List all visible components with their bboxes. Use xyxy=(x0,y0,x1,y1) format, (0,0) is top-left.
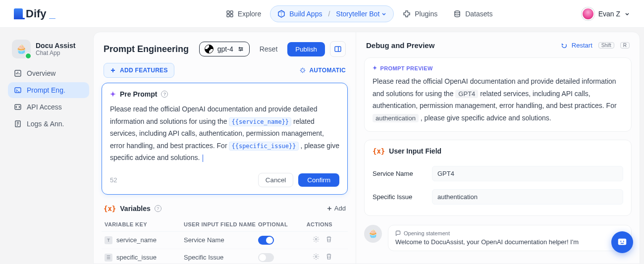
bot-avatar-icon: 🧁 xyxy=(364,225,382,243)
add-features-button[interactable]: ADD FEATURES xyxy=(104,63,174,78)
svg-rect-6 xyxy=(15,88,21,93)
page-header: Prompt Engineering gpt-4 Reset Publish xyxy=(94,32,356,63)
chevron-down-icon xyxy=(381,11,386,16)
preview-text: , please give specific advice and soluti… xyxy=(421,114,551,122)
features-row: ADD FEATURES AUTOMATIC xyxy=(94,63,356,83)
var-key: specific_issue xyxy=(116,254,157,261)
sidebar-item-api-access[interactable]: API Access xyxy=(8,99,89,115)
variables-icon: {x} xyxy=(104,205,116,212)
variable-token[interactable]: {{service_name}} xyxy=(229,117,291,126)
kbd-r: R xyxy=(620,42,630,49)
settings-icon[interactable] xyxy=(313,253,320,262)
publish-button[interactable]: Publish xyxy=(287,42,325,56)
automatic-label: AUTOMATIC xyxy=(309,67,346,74)
sidebar-nav: Overview Prompt Eng. API Access Logs & A… xyxy=(8,65,89,132)
optional-toggle[interactable] xyxy=(258,253,274,262)
user-name: Evan Z xyxy=(598,10,620,18)
add-variable-button[interactable]: Add xyxy=(326,205,346,212)
svg-rect-12 xyxy=(618,239,627,245)
model-selector[interactable]: gpt-4 xyxy=(199,42,250,56)
automatic-button[interactable]: AUTOMATIC xyxy=(299,67,346,74)
api-icon xyxy=(14,103,22,111)
opening-label-row: Opening statement xyxy=(395,230,624,236)
input-value[interactable]: GPT4 xyxy=(432,166,623,181)
nav-separator: / xyxy=(328,10,330,18)
preview-body: Please read the official OpenAI document… xyxy=(373,75,623,124)
app-header[interactable]: 🧁 Docu Assist Chat App xyxy=(8,37,89,65)
nav-plugins[interactable]: Plugins xyxy=(396,6,444,22)
delete-icon[interactable] xyxy=(325,236,332,244)
pre-prompt-card: ✦ Pre Prompt ? Please read the official … xyxy=(102,83,348,195)
pre-prompt-textarea[interactable]: Please read the official OpenAI document… xyxy=(110,103,339,164)
variables-section: {x} Variables ? Add VARIABLE KEY USER IN… xyxy=(102,202,348,264)
logo-underscore: _ xyxy=(50,7,55,20)
opening-label: Opening statement xyxy=(404,230,450,236)
cancel-button[interactable]: Cancel xyxy=(258,173,294,187)
optional-toggle[interactable] xyxy=(258,236,274,245)
variable-token[interactable]: {{specific_issue}} xyxy=(229,142,298,151)
nav-bot-dropdown[interactable]: Storyteller Bot xyxy=(336,10,386,18)
preview-label-text: PROMPT PREVIEW xyxy=(380,65,432,71)
svg-rect-0 xyxy=(227,11,229,13)
panel-icon xyxy=(334,45,342,53)
info-icon[interactable]: ? xyxy=(161,91,168,98)
input-row: Specific Issue authentication xyxy=(373,185,623,209)
debug-header: Debug and Preview Restart Shift R xyxy=(356,32,640,55)
input-label: Specific Issue xyxy=(373,193,432,201)
add-features-label: ADD FEATURES xyxy=(120,67,168,74)
text-type-icon: T xyxy=(105,236,112,244)
settings-icon[interactable] xyxy=(313,236,320,244)
main: Prompt Engineering gpt-4 Reset Publish xyxy=(93,32,640,264)
chat-opening: 🧁 Opening statement Welcome to DocuAssis… xyxy=(364,225,632,251)
app-name: Docu Assist xyxy=(36,42,75,50)
add-label: Add xyxy=(334,205,346,212)
delete-icon[interactable] xyxy=(325,253,332,262)
top-nav: Explore Build Apps / Storyteller Bot Plu… xyxy=(219,5,500,22)
logo-mark-icon xyxy=(14,8,23,19)
svg-point-11 xyxy=(315,256,317,258)
confirm-button[interactable]: Confirm xyxy=(298,173,339,187)
topbar: Dify_ Explore Build Apps / Storyteller B… xyxy=(0,0,644,28)
app-emoji: 🧁 xyxy=(16,44,27,54)
sidebar-item-prompt-eng[interactable]: Prompt Eng. xyxy=(8,82,89,98)
var-key: service_name xyxy=(116,236,157,244)
text-cursor xyxy=(203,155,203,162)
nav-datasets[interactable]: Datasets xyxy=(446,6,499,22)
nav-build-apps[interactable]: Build Apps / Storyteller Bot xyxy=(270,5,394,22)
variables-table: VARIABLE KEY USER INPUT FIELD NAME OPTIO… xyxy=(102,217,348,264)
help-fab[interactable] xyxy=(611,231,633,253)
nav-plugins-label: Plugins xyxy=(415,10,437,18)
reset-button[interactable]: Reset xyxy=(255,42,283,56)
value-chip: GPT4 xyxy=(455,90,478,98)
user-menu[interactable]: Evan Z xyxy=(582,7,630,20)
page-title: Prompt Engineering xyxy=(104,44,189,54)
user-input-card: {x} User Input Field Service Name GPT4 S… xyxy=(364,140,632,216)
model-name: gpt-4 xyxy=(217,45,233,53)
variables-title: Variables xyxy=(120,205,151,212)
sidebar: 🧁 Docu Assist Chat App Overview Prompt E… xyxy=(4,32,93,264)
nav-explore[interactable]: Explore xyxy=(219,6,268,22)
sidebar-item-label: Prompt Eng. xyxy=(27,86,65,94)
app-type: Chat App xyxy=(36,50,75,56)
nav-explore-label: Explore xyxy=(238,10,261,18)
sidebar-item-label: Logs & Ann. xyxy=(27,120,64,128)
svg-point-14 xyxy=(623,241,624,242)
logo[interactable]: Dify_ xyxy=(14,7,55,20)
table-row: ☰specific_issue Specific Issue xyxy=(102,249,348,264)
table-header: VARIABLE KEY USER INPUT FIELD NAME OPTIO… xyxy=(102,217,348,232)
info-icon[interactable]: ? xyxy=(155,205,161,212)
sliders-icon xyxy=(237,46,244,53)
user-input-title-row: {x} User Input Field xyxy=(373,147,623,155)
sidebar-item-overview[interactable]: Overview xyxy=(8,65,89,81)
nav-bot-label: Storyteller Bot xyxy=(336,10,379,18)
input-value[interactable]: authentication xyxy=(432,189,623,205)
sidebar-item-logs[interactable]: Logs & Ann. xyxy=(8,116,89,132)
restart-icon xyxy=(561,42,568,49)
kbd-shift: Shift xyxy=(598,42,614,49)
var-name: Service Name xyxy=(184,236,258,244)
svg-rect-1 xyxy=(230,11,233,13)
nav-datasets-label: Datasets xyxy=(465,10,492,18)
panel-toggle-button[interactable] xyxy=(330,41,346,57)
logs-icon xyxy=(14,120,22,128)
restart-button[interactable]: Restart Shift R xyxy=(561,42,630,49)
